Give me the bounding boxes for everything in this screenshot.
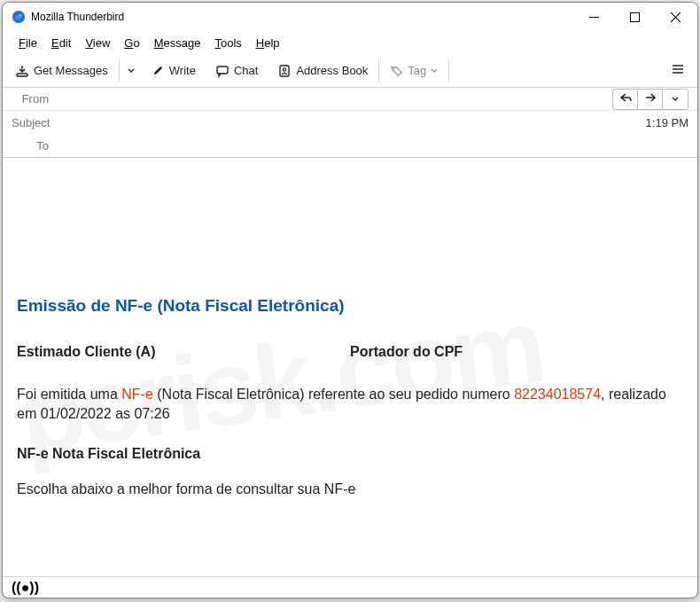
separator (448, 59, 449, 82)
status-bar: ((●)) (3, 576, 697, 598)
menu-edit[interactable]: Edit (44, 34, 78, 52)
get-messages-button[interactable]: Get Messages (8, 60, 115, 82)
minimize-button[interactable] (573, 4, 614, 30)
header-subject-row: Subject 1:19 PM (3, 111, 697, 134)
app-window: Mozilla Thunderbird File Edit View Go Me… (2, 2, 698, 598)
reply-arrow-icon (619, 92, 632, 106)
write-label: Write (169, 64, 196, 77)
separator (378, 59, 379, 82)
message-body: pcrisk.com Emissão de NF-e (Nota Fiscal … (3, 158, 697, 576)
separator (119, 59, 120, 82)
p1-prefix: Foi emitida uma (17, 387, 121, 402)
chat-button[interactable]: Chat (208, 60, 265, 82)
header-from-row: From (3, 88, 697, 111)
pencil-icon (152, 64, 165, 77)
maximize-button[interactable] (614, 4, 655, 30)
reply-button[interactable] (613, 90, 638, 109)
menu-go[interactable]: Go (117, 34, 146, 52)
get-messages-dropdown[interactable] (123, 67, 139, 74)
chat-label: Chat (234, 64, 258, 77)
write-button[interactable]: Write (144, 60, 203, 81)
svg-rect-3 (630, 12, 639, 21)
chevron-down-icon (672, 92, 679, 106)
download-icon (15, 64, 29, 78)
cpf-holder-label: Portador do CPF (350, 344, 683, 360)
address-book-label: Address Book (296, 64, 368, 77)
chevron-down-icon (431, 64, 438, 77)
get-messages-label: Get Messages (34, 64, 108, 77)
address-book-icon (277, 64, 292, 78)
message-time: 1:19 PM (646, 116, 688, 129)
address-book-button[interactable]: Address Book (270, 60, 375, 82)
nfe-subhead: NF-e Nota Fiscal Eletrônica (17, 446, 683, 462)
body-paragraph-1: Foi emitida uma NF-e (Nota Fiscal Eletrô… (17, 385, 683, 425)
close-button[interactable] (655, 4, 696, 30)
subject-label: Subject (12, 116, 56, 129)
svg-rect-7 (217, 66, 228, 74)
message-headers: From Subject 1:19 PM To (3, 88, 697, 158)
menu-tools[interactable]: Tools (207, 34, 248, 52)
p1-mid: (Nota Fiscal Eletrônica) referente ao se… (153, 387, 514, 402)
menu-message[interactable]: Message (147, 34, 208, 52)
thunderbird-icon (12, 10, 26, 24)
instruction-text: Escolha abaixo a melhor forma de consult… (17, 481, 683, 497)
svg-point-1 (19, 14, 21, 16)
tag-label: Tag (408, 64, 426, 77)
from-label: From (12, 92, 56, 106)
nfe-highlight: NF-e (121, 387, 153, 402)
nav-buttons (612, 89, 688, 110)
window-title: Mozilla Thunderbird (31, 11, 124, 23)
hamburger-icon (671, 64, 685, 79)
more-actions-button[interactable] (663, 90, 688, 109)
tag-button[interactable]: Tag (383, 60, 445, 81)
forward-button[interactable] (638, 90, 663, 109)
forward-arrow-icon (644, 92, 657, 106)
header-to-row: To (3, 134, 697, 157)
to-label: To (12, 139, 56, 152)
svg-point-9 (284, 67, 286, 70)
greeting-row: Estimado Cliente (A) Portador do CPF (17, 344, 683, 360)
title-bar: Mozilla Thunderbird (3, 3, 697, 31)
app-menu-button[interactable] (664, 59, 692, 83)
menu-bar: File Edit View Go Message Tools Help (3, 31, 697, 54)
svg-point-10 (393, 68, 395, 70)
svg-rect-6 (17, 74, 27, 76)
menu-view[interactable]: View (78, 34, 117, 52)
menu-help[interactable]: Help (249, 34, 287, 52)
order-number: 82234018574 (514, 387, 601, 402)
menu-file[interactable]: File (12, 34, 44, 52)
online-status-icon[interactable]: ((●)) (12, 580, 39, 596)
chat-icon (215, 64, 229, 78)
toolbar: Get Messages Write Chat Address Book Tag (3, 54, 697, 88)
email-title: Emissão de NF-e (Nota Fiscal Eletrônica) (17, 296, 683, 316)
salutation: Estimado Cliente (A) (17, 344, 350, 360)
tag-icon (390, 64, 403, 77)
